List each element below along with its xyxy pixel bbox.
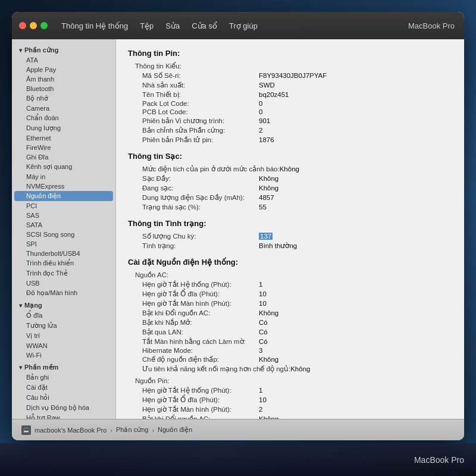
traffic-lights — [19, 22, 48, 29]
sac-fields: Mức điện tích của pin ở dưới mức cảnh bá… — [128, 164, 452, 212]
info-value: bq20z451 — [259, 91, 289, 98]
sidebar-item-chandoan[interactable]: Chẩn đoán — [12, 113, 115, 123]
info-row: Hẹn giờ Tắt Hệ thống (Phút):1 — [128, 280, 452, 289]
breadcrumb-part2: Phần cứng — [116, 426, 148, 434]
info-value: 901 — [259, 117, 270, 124]
sidebar-item-spi[interactable]: SPI — [12, 239, 115, 249]
info-value: Không — [259, 175, 278, 182]
sidebar-item-pci[interactable]: PCI — [12, 201, 115, 211]
sidebar-item-trinhdieukien[interactable]: Trình điều khiển — [12, 258, 115, 268]
sidebar-item-usb[interactable]: USB — [12, 278, 115, 288]
sidebar-item-camera[interactable]: Camera — [12, 104, 115, 113]
menu-edit[interactable]: Sửa — [161, 20, 184, 32]
sidebar-item-wifi[interactable]: Wi-Fi — [12, 350, 115, 360]
sidebar-section-phanmem: Phần mềm Bản ghi Cài đặt Câu hỏi Dịch vụ… — [12, 361, 115, 419]
sidebar-item-ghidia[interactable]: Ghi Đĩa — [12, 152, 115, 162]
info-row: Sạc Đầy:Không — [128, 174, 452, 183]
sidebar-item-mayin[interactable]: Máy in — [12, 172, 115, 181]
sidebar-item-caidat[interactable]: Cài đặt — [12, 383, 115, 393]
sidebar-item-sata[interactable]: SATA — [12, 220, 115, 230]
cai-dat-title: Cài đặt Nguồn điện Hệ thống: — [128, 258, 452, 267]
info-label: PCB Lot Code: — [128, 108, 259, 115]
info-label: Hẹn giờ Tắt Hệ thống (Phút): — [128, 386, 259, 394]
menu-help[interactable]: Trợ giúp — [224, 20, 262, 32]
sidebar-item-applepay[interactable]: Apple Pay — [12, 65, 115, 74]
info-row: Mã Số Sê-ri:F8Y93430JB0J7PYAF — [128, 71, 452, 80]
info-value: 1 — [259, 387, 262, 394]
sidebar-item-nguondien[interactable]: Nguồn điện — [14, 191, 113, 201]
sidebar-item-wwan[interactable]: WWAN — [12, 341, 115, 350]
sidebar-group-mang[interactable]: Mạng — [12, 299, 115, 311]
info-value: Có — [259, 338, 268, 345]
breadcrumb: 💻 macbook's MacBook Pro › Phần cứng › Ng… — [21, 425, 192, 435]
minimize-button[interactable] — [30, 22, 37, 29]
titlebar: Thông tin Hệ thống Tệp Sửa Cửa sổ Trợ gi… — [12, 12, 464, 39]
sidebar-group-phanmem[interactable]: Phần mềm — [12, 361, 115, 372]
sidebar-item-sas[interactable]: SAS — [12, 211, 115, 220]
pin-info-title-label: Thông tin Kiểu: — [128, 62, 259, 70]
info-label: Đang sạc: — [128, 184, 259, 192]
sidebar-item-kenhsoi[interactable]: Kênh sợi quang — [12, 162, 115, 172]
sidebar-item-firewire[interactable]: FireWire — [12, 143, 115, 152]
sidebar-item-bonho[interactable]: Bộ nhớ — [12, 93, 115, 104]
tinh-trang-fields: Số lượng Chu kỳ:137Tình trạng:Bình thườn… — [128, 231, 452, 250]
breadcrumb-sep1: › — [110, 427, 112, 434]
sidebar-item-dunglugong[interactable]: Dung lượng — [12, 123, 115, 133]
menu-bar: Thông tin Hệ thống Tệp Sửa Cửa sổ Trợ gi… — [57, 20, 262, 32]
window-title: MacBook Pro — [408, 21, 455, 30]
sidebar-item-cauhoi[interactable]: Câu hỏi — [12, 393, 115, 403]
info-label: Tên Thiết bị: — [128, 90, 259, 99]
pin-power-title-label: Nguồn Pin: — [128, 377, 259, 385]
sidebar-item-dohoa[interactable]: Đồ họa/Màn hình — [12, 288, 115, 298]
ac-title-row: Nguồn AC: — [128, 270, 452, 280]
info-value: Không — [259, 309, 278, 317]
info-row: Hẹn giờ Tắt Hệ thống (Phút):1 — [128, 386, 452, 395]
info-row: Số lượng Chu kỳ:137 — [128, 231, 452, 241]
sidebar-item-banghi[interactable]: Bản ghi — [12, 372, 115, 383]
content-area: Phần cứng ATA Apple Pay Âm thanh Bluetoo… — [12, 39, 464, 419]
info-label: Bật khi Đổi nguồn AC: — [128, 415, 259, 419]
sidebar-item-thunderbolt[interactable]: Thunderbolt/USB4 — [12, 249, 115, 258]
info-row: Mức điện tích của pin ở dưới mức cảnh bá… — [128, 164, 452, 174]
sidebar-item-odia[interactable]: Ổ đĩa — [12, 311, 115, 321]
info-value: Có — [259, 328, 268, 336]
info-row: Bật khi Nắp Mở:Có — [128, 318, 452, 327]
sidebar-item-trinhdocthe[interactable]: Trình đọc Thẻ — [12, 268, 115, 278]
info-label: Phiên bản Phần tử pin: — [128, 136, 259, 144]
info-row: Phiên bản Phần tử pin:1876 — [128, 135, 452, 145]
info-value: Không — [259, 184, 278, 192]
menu-file[interactable]: Tệp — [135, 20, 158, 32]
info-row: Ưu tiên khả năng kết nối mạng hơn chế độ… — [128, 364, 452, 374]
pin-fields: Mã Số Sê-ri:F8Y93430JB0J7PYAFNhà sản xuấ… — [128, 71, 452, 145]
dock-bar: MacBook Pro — [0, 443, 476, 476]
sidebar-item-dichvu[interactable]: Dịch vụ Đồng bộ hóa — [12, 403, 115, 413]
sidebar-item-hotro[interactable]: Hỗ trợ Raw — [12, 413, 115, 419]
sidebar-item-amthanh[interactable]: Âm thanh — [12, 74, 115, 84]
info-label: Mã Số Sê-ri: — [128, 71, 259, 80]
info-value: SWD — [259, 82, 275, 89]
breadcrumb-sep2: › — [152, 427, 154, 434]
info-label: Hẹn giờ Tắt Ổ đĩa (Phút): — [128, 290, 259, 298]
sidebar-group-hardware[interactable]: Phần cứng — [12, 44, 115, 55]
info-row: Dung lượng điện Sạc Đầy (mAh):4857 — [128, 193, 452, 202]
info-row: Tắt Màn hình bằng cách Làm mờ:Có — [128, 337, 452, 346]
sidebar-item-tuonglua[interactable]: Tường lửa — [12, 321, 115, 331]
pin-power-title-row: Nguồn Pin: — [128, 376, 452, 386]
info-row: Bật qua LAN:Có — [128, 327, 452, 337]
sidebar-section-hardware: Phần cứng ATA Apple Pay Âm thanh Bluetoo… — [12, 44, 115, 298]
menu-app[interactable]: Thông tin Hệ thống — [57, 20, 133, 32]
sidebar-item-ethernet[interactable]: Ethernet — [12, 133, 115, 143]
info-row: Hẹn giờ Tắt Màn hình (Phút):10 — [128, 299, 452, 308]
sidebar-item-vitri[interactable]: Vị trí — [12, 331, 115, 341]
menu-window[interactable]: Cửa sổ — [187, 20, 222, 32]
info-value: 10 — [259, 300, 267, 307]
sidebar-item-bluetooth[interactable]: Bluetooth — [12, 84, 115, 93]
sidebar-item-scsiss[interactable]: SCSI Song song — [12, 230, 115, 239]
info-row: Hẹn giờ Tắt Màn hình (Phút):2 — [128, 405, 452, 414]
statusbar: 💻 macbook's MacBook Pro › Phần cứng › Ng… — [12, 419, 464, 440]
maximize-button[interactable] — [40, 22, 48, 29]
ac-fields: Hẹn giờ Tắt Hệ thống (Phút):1Hẹn giờ Tắt… — [128, 280, 452, 374]
sidebar-item-ata[interactable]: ATA — [12, 55, 115, 65]
sidebar-item-nvmexpress[interactable]: NVMExpress — [12, 181, 115, 191]
close-button[interactable] — [19, 22, 26, 29]
